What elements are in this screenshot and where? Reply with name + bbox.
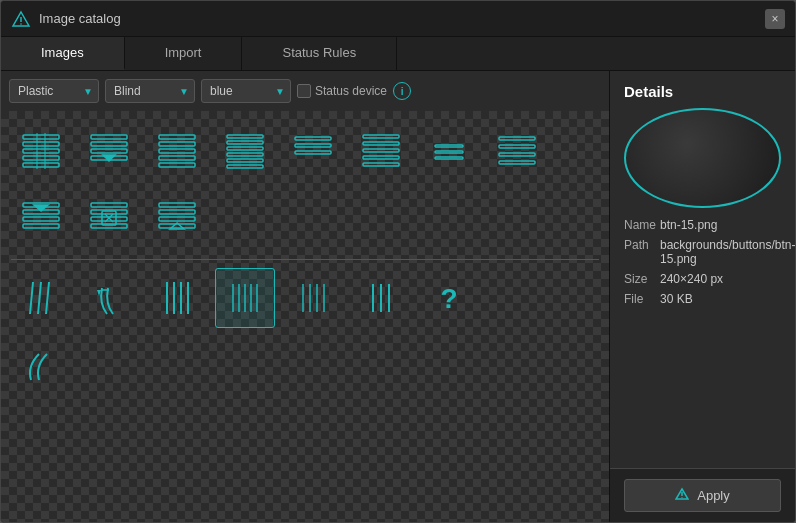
svg-rect-26 bbox=[295, 137, 331, 140]
svg-rect-28 bbox=[295, 151, 331, 154]
svg-rect-30 bbox=[363, 142, 399, 145]
image-grid-row3: ? bbox=[11, 268, 599, 328]
image-catalog-dialog: Image catalog × Images Import Status Rul… bbox=[0, 0, 796, 523]
apply-button[interactable]: Apply bbox=[624, 479, 781, 512]
apply-label: Apply bbox=[697, 488, 730, 503]
details-info: Name btn-15.png Path backgrounds/buttons… bbox=[610, 208, 795, 468]
info-icon[interactable]: i bbox=[393, 82, 411, 100]
path-value: backgrounds/buttons/btn-15.png bbox=[660, 238, 795, 266]
image-item[interactable] bbox=[79, 121, 139, 181]
svg-line-60 bbox=[46, 282, 49, 314]
image-item[interactable] bbox=[487, 121, 547, 181]
svg-rect-22 bbox=[227, 147, 263, 150]
tab-images[interactable]: Images bbox=[1, 37, 125, 70]
svg-rect-33 bbox=[363, 163, 399, 166]
apply-icon bbox=[675, 487, 689, 504]
image-item[interactable] bbox=[283, 121, 343, 181]
image-item[interactable] bbox=[283, 268, 343, 328]
svg-point-2 bbox=[20, 23, 22, 25]
path-label: Path bbox=[624, 238, 656, 266]
svg-rect-54 bbox=[159, 210, 195, 214]
svg-rect-19 bbox=[159, 163, 195, 167]
image-grid-row4 bbox=[11, 336, 599, 396]
svg-rect-6 bbox=[23, 156, 59, 160]
svg-rect-10 bbox=[91, 135, 127, 139]
image-item[interactable] bbox=[351, 268, 411, 328]
title-bar-icon bbox=[11, 9, 31, 29]
svg-point-82 bbox=[682, 497, 683, 498]
name-value: btn-15.png bbox=[660, 218, 717, 232]
svg-rect-31 bbox=[363, 149, 399, 152]
svg-line-59 bbox=[38, 282, 41, 314]
material-select[interactable]: Plastic Metal Wood bbox=[9, 79, 99, 103]
main-content: Plastic Metal Wood ▼ Blind Shutter Curta… bbox=[1, 71, 795, 522]
svg-text:?: ? bbox=[440, 283, 457, 314]
image-item[interactable] bbox=[11, 268, 71, 328]
file-label: File bbox=[624, 292, 656, 306]
images-grid-area[interactable]: ? bbox=[1, 111, 609, 522]
svg-rect-29 bbox=[363, 135, 399, 138]
detail-name-row: Name btn-15.png bbox=[624, 218, 781, 232]
detail-path-row: Path backgrounds/buttons/btn-15.png bbox=[624, 238, 781, 266]
image-item[interactable] bbox=[147, 189, 207, 249]
section-divider bbox=[11, 259, 599, 260]
image-item[interactable] bbox=[215, 121, 275, 181]
image-item[interactable] bbox=[11, 189, 71, 249]
svg-rect-36 bbox=[435, 157, 463, 159]
left-panel: Plastic Metal Wood ▼ Blind Shutter Curta… bbox=[1, 71, 610, 522]
type-select[interactable]: Blind Shutter Curtain bbox=[105, 79, 195, 103]
image-item[interactable] bbox=[147, 121, 207, 181]
svg-line-58 bbox=[30, 282, 33, 314]
tab-import[interactable]: Import bbox=[125, 37, 243, 70]
svg-rect-32 bbox=[363, 156, 399, 159]
svg-rect-34 bbox=[435, 145, 463, 147]
image-item[interactable] bbox=[351, 121, 411, 181]
filters-bar: Plastic Metal Wood ▼ Blind Shutter Curta… bbox=[1, 71, 609, 111]
material-select-wrapper: Plastic Metal Wood ▼ bbox=[9, 79, 99, 103]
type-select-wrapper: Blind Shutter Curtain ▼ bbox=[105, 79, 195, 103]
image-grid-row2 bbox=[11, 189, 599, 249]
svg-rect-24 bbox=[227, 159, 263, 162]
svg-rect-11 bbox=[91, 142, 127, 146]
svg-rect-4 bbox=[23, 142, 59, 146]
color-select[interactable]: blue red green bbox=[201, 79, 291, 103]
close-button[interactable]: × bbox=[765, 9, 785, 29]
svg-rect-17 bbox=[159, 149, 195, 153]
svg-rect-53 bbox=[159, 203, 195, 207]
svg-rect-5 bbox=[23, 149, 59, 153]
svg-rect-21 bbox=[227, 141, 263, 144]
svg-rect-23 bbox=[227, 153, 263, 156]
image-item[interactable] bbox=[11, 121, 71, 181]
svg-rect-44 bbox=[23, 224, 59, 228]
detail-file-row: File 30 KB bbox=[624, 292, 781, 306]
svg-rect-39 bbox=[499, 153, 535, 156]
svg-rect-16 bbox=[159, 142, 195, 146]
svg-rect-7 bbox=[23, 163, 59, 167]
image-item[interactable] bbox=[419, 121, 479, 181]
svg-rect-37 bbox=[499, 137, 535, 140]
image-preview bbox=[624, 108, 781, 208]
status-device-checkbox[interactable] bbox=[297, 84, 311, 98]
size-label: Size bbox=[624, 272, 656, 286]
status-device-label: Status device bbox=[315, 84, 387, 98]
image-item[interactable] bbox=[11, 336, 71, 396]
image-section-top bbox=[11, 121, 599, 249]
svg-rect-35 bbox=[435, 151, 463, 153]
tab-status-rules[interactable]: Status Rules bbox=[242, 37, 397, 70]
image-item[interactable] bbox=[147, 268, 207, 328]
image-item-unknown[interactable]: ? bbox=[419, 268, 479, 328]
color-select-wrapper: blue red green ▼ bbox=[201, 79, 291, 103]
name-label: Name bbox=[624, 218, 656, 232]
image-item[interactable] bbox=[79, 189, 139, 249]
size-value: 240×240 px bbox=[660, 272, 723, 286]
title-bar: Image catalog × bbox=[1, 1, 795, 37]
image-item-selected[interactable] bbox=[215, 268, 275, 328]
svg-rect-20 bbox=[227, 135, 263, 138]
right-panel: Details Name btn-15.png Path backgrounds… bbox=[610, 71, 795, 522]
image-item[interactable] bbox=[79, 268, 139, 328]
svg-rect-43 bbox=[23, 217, 59, 221]
detail-size-row: Size 240×240 px bbox=[624, 272, 781, 286]
svg-rect-25 bbox=[227, 165, 263, 168]
tab-bar: Images Import Status Rules bbox=[1, 37, 795, 71]
svg-rect-27 bbox=[295, 144, 331, 147]
